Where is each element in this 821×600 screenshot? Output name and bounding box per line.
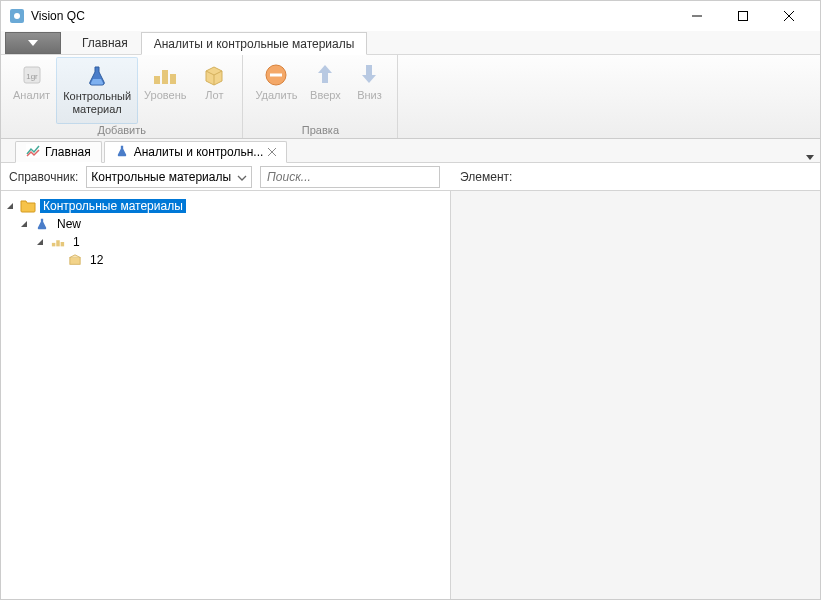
arrow-down-icon bbox=[360, 61, 378, 89]
collapse-icon[interactable] bbox=[5, 201, 16, 212]
delete-label: Удалить bbox=[255, 89, 297, 102]
down-button[interactable]: Вниз bbox=[347, 57, 391, 124]
tab-home[interactable]: Главная bbox=[69, 31, 141, 54]
tree-node-12[interactable]: 12 bbox=[5, 251, 446, 269]
group-edit: Удалить Вверх Вниз Правка bbox=[243, 55, 398, 138]
svg-rect-16 bbox=[366, 65, 372, 75]
svg-marker-14 bbox=[318, 65, 332, 73]
svg-rect-27 bbox=[61, 242, 65, 246]
content: Контрольные материалы New 1 12 bbox=[1, 191, 820, 600]
svg-marker-21 bbox=[806, 155, 814, 160]
down-label: Вниз bbox=[357, 89, 382, 102]
group-add: 1gr Аналит Контрольный материал Уровень … bbox=[1, 55, 243, 138]
box-small-icon bbox=[67, 252, 83, 268]
tree-node-new-label: New bbox=[54, 217, 84, 231]
tab-analytes[interactable]: Аналиты и контрольные материалы bbox=[141, 32, 368, 55]
svg-marker-24 bbox=[37, 239, 43, 245]
search-box[interactable] bbox=[260, 166, 440, 188]
close-button[interactable] bbox=[766, 1, 812, 31]
doc-tab-analytes-label: Аналиты и контрольн... bbox=[134, 145, 264, 159]
group-add-label: Добавить bbox=[97, 124, 146, 138]
svg-point-1 bbox=[14, 13, 20, 19]
search-input[interactable] bbox=[267, 170, 433, 184]
tree-node-1[interactable]: 1 bbox=[5, 233, 446, 251]
tree-node-new[interactable]: New bbox=[5, 215, 446, 233]
tabs-menu-icon[interactable] bbox=[806, 147, 814, 165]
chart-icon bbox=[26, 144, 40, 161]
up-label: Вверх bbox=[310, 89, 341, 102]
tree-node-12-label: 12 bbox=[87, 253, 106, 267]
reference-combo[interactable]: Контрольные материалы bbox=[86, 166, 252, 188]
folder-icon bbox=[20, 198, 36, 214]
svg-marker-6 bbox=[28, 40, 38, 46]
control-material-label: Контрольный материал bbox=[63, 90, 131, 116]
close-tab-icon[interactable] bbox=[268, 145, 276, 159]
analyte-icon: 1gr bbox=[20, 61, 44, 89]
svg-marker-17 bbox=[362, 75, 376, 83]
svg-rect-15 bbox=[322, 73, 328, 83]
group-edit-label: Правка bbox=[302, 124, 339, 138]
svg-rect-10 bbox=[162, 70, 168, 84]
ribbon-tabs: Главная Аналиты и контрольные материалы bbox=[1, 31, 820, 55]
analyte-button[interactable]: 1gr Аналит bbox=[7, 57, 56, 124]
maximize-button[interactable] bbox=[720, 1, 766, 31]
svg-text:1gr: 1gr bbox=[26, 72, 38, 81]
flask-icon bbox=[85, 62, 109, 90]
analyte-label: Аналит bbox=[13, 89, 50, 102]
tree-root[interactable]: Контрольные материалы bbox=[5, 197, 446, 215]
svg-rect-13 bbox=[270, 74, 282, 77]
delete-button[interactable]: Удалить bbox=[249, 57, 303, 124]
toolbar: Справочник: Контрольные материалы Элемен… bbox=[1, 163, 820, 191]
svg-rect-25 bbox=[52, 243, 56, 247]
doc-tab-home[interactable]: Главная bbox=[15, 141, 102, 163]
box-icon bbox=[202, 61, 226, 89]
window-title: Vision QC bbox=[31, 9, 674, 23]
podium-small-icon bbox=[50, 234, 66, 250]
delete-icon bbox=[264, 61, 288, 89]
podium-icon bbox=[152, 61, 178, 89]
minimize-button[interactable] bbox=[674, 1, 720, 31]
svg-rect-9 bbox=[154, 76, 160, 84]
flask-small-icon bbox=[115, 144, 129, 161]
svg-rect-26 bbox=[56, 240, 60, 246]
doc-tab-analytes[interactable]: Аналиты и контрольн... bbox=[104, 141, 288, 163]
arrow-up-icon bbox=[316, 61, 334, 89]
flask-small-icon bbox=[34, 216, 50, 232]
app-icon bbox=[9, 8, 25, 24]
control-material-button[interactable]: Контрольный материал bbox=[56, 57, 138, 124]
collapse-icon[interactable] bbox=[35, 237, 46, 248]
detail-panel bbox=[451, 191, 820, 600]
svg-rect-3 bbox=[739, 12, 748, 21]
doc-tabs: Главная Аналиты и контрольн... bbox=[1, 139, 820, 163]
tree: Контрольные материалы New 1 12 bbox=[1, 191, 451, 600]
svg-rect-11 bbox=[170, 74, 176, 84]
level-label: Уровень bbox=[144, 89, 186, 102]
element-label: Элемент: bbox=[460, 170, 512, 184]
svg-marker-23 bbox=[21, 221, 27, 227]
doc-tab-home-label: Главная bbox=[45, 145, 91, 159]
svg-rect-28 bbox=[70, 257, 80, 264]
chevron-down-icon bbox=[237, 172, 247, 182]
tree-root-label: Контрольные материалы bbox=[40, 199, 186, 213]
reference-combo-value: Контрольные материалы bbox=[91, 170, 231, 184]
collapse-icon[interactable] bbox=[19, 219, 30, 230]
tree-node-1-label: 1 bbox=[70, 235, 83, 249]
file-menu-button[interactable] bbox=[5, 32, 61, 54]
titlebar: Vision QC bbox=[1, 1, 820, 31]
svg-marker-22 bbox=[7, 203, 13, 209]
ribbon: 1gr Аналит Контрольный материал Уровень … bbox=[1, 55, 820, 139]
lot-label: Лот bbox=[205, 89, 223, 102]
lot-button[interactable]: Лот bbox=[192, 57, 236, 124]
up-button[interactable]: Вверх bbox=[303, 57, 347, 124]
level-button[interactable]: Уровень bbox=[138, 57, 192, 124]
reference-label: Справочник: bbox=[9, 170, 78, 184]
